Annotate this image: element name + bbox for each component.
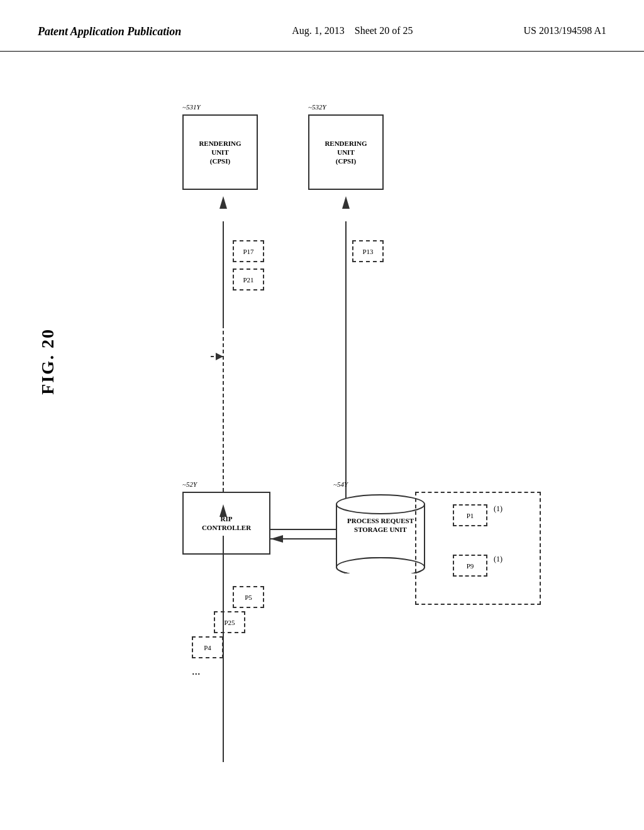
p9-label: P9	[467, 562, 474, 570]
p21-label: P21	[243, 276, 253, 284]
p9-box: P9	[453, 555, 487, 577]
p21-box: P21	[233, 268, 264, 290]
ellipsis: ...	[192, 665, 201, 678]
svg-marker-7	[342, 196, 350, 209]
rip-controller-label: RIP CONTROLLER	[199, 512, 253, 535]
process-request-storage: ~54Y PROCESS REQUEST STORAGE UNIT	[333, 492, 428, 573]
p5-box: P5	[233, 586, 264, 608]
patent-number: US 2013/194598 A1	[523, 25, 606, 36]
svg-rect-16	[337, 558, 424, 568]
ref-532y: ~532Y	[308, 103, 326, 111]
publication-date: Aug. 1, 2013	[292, 25, 345, 36]
svg-marker-4	[219, 196, 227, 209]
process-request-label: PROCESS REQUEST STORAGE UNIT	[333, 514, 428, 537]
p5-label: P5	[245, 594, 252, 601]
svg-marker-10	[270, 535, 283, 543]
figure-label: FIG. 20	[38, 328, 58, 395]
ref-54y: ~54Y	[333, 480, 348, 488]
rip-controller: ~52Y RIP CONTROLLER	[182, 492, 270, 555]
val1-top: (1)	[494, 504, 502, 514]
p13-box: P13	[352, 240, 384, 262]
ref-531y: ~531Y	[182, 103, 201, 111]
p13-label: P13	[362, 248, 373, 255]
p17-label: P17	[243, 248, 253, 255]
rendering-unit-532y: ~532Y RENDERING UNIT (CPSI)	[308, 114, 384, 190]
p1-box: P1	[453, 504, 487, 526]
ref-52y: ~52Y	[182, 480, 197, 488]
publication-title: Patent Application Publication	[38, 25, 181, 38]
p17-box: P17	[233, 240, 264, 262]
val1-bot: (1)	[494, 555, 502, 564]
p4-label: P4	[204, 644, 211, 651]
p1-label: P1	[467, 512, 474, 519]
page-header: Patent Application Publication Aug. 1, 2…	[0, 0, 644, 52]
rendering-532y-label: RENDERING UNIT (CPSI)	[322, 136, 369, 169]
header-date-sheet: Aug. 1, 2013 Sheet 20 of 25	[292, 25, 413, 36]
p4-box: P4	[192, 636, 223, 658]
svg-marker-12	[216, 353, 223, 360]
svg-point-14	[336, 495, 425, 514]
rendering-unit-531y: ~531Y RENDERING UNIT (CPSI)	[182, 114, 258, 190]
p25-box: P25	[214, 611, 245, 633]
p25-label: P25	[224, 619, 235, 626]
rendering-531y-label: RENDERING UNIT (CPSI)	[196, 136, 243, 169]
sheet-info: Sheet 20 of 25	[355, 25, 413, 36]
diagram-area: FIG. 20 ~531Y RENDERING UNIT (CPSI)	[0, 52, 644, 819]
